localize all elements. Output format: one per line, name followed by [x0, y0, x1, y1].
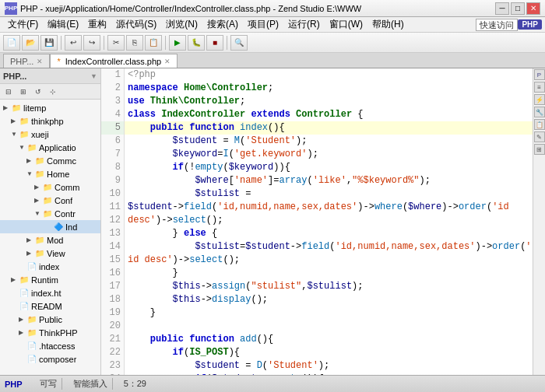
tree-item-home[interactable]: ▼ 📁 Home	[0, 167, 100, 180]
line-num-6: 6	[101, 135, 124, 148]
tab-php-label: PHP...	[10, 57, 33, 66]
tree-item-runtime[interactable]: ▶ 📁 Runtim	[0, 273, 100, 286]
sidebar-refresh-btn[interactable]: ↺	[31, 86, 45, 98]
tree-item-litemp[interactable]: ▶ 📁 litemp	[0, 101, 100, 114]
maximize-button[interactable]: □	[511, 2, 525, 15]
run-button[interactable]: ▶	[169, 35, 186, 51]
right-icon-7[interactable]: ⊞	[534, 144, 545, 155]
code-line-19: }	[125, 306, 533, 320]
title-bar: PHP PHP - xueji/Application/Home/Control…	[0, 0, 545, 17]
right-icon-5[interactable]: 📋	[534, 119, 545, 130]
tree-item-conf[interactable]: ▶ 📁 Conf	[0, 194, 100, 207]
line-num-21: 21	[101, 333, 124, 346]
status-mode: 可写	[35, 378, 62, 390]
tab-php-close[interactable]: ✕	[37, 58, 43, 65]
cut-button[interactable]: ✂	[107, 35, 125, 51]
right-icon-2[interactable]: ≡	[534, 82, 545, 93]
toolbar-separator-3	[165, 36, 166, 50]
tree-item-xueji[interactable]: ▼ 📁 xueji	[0, 128, 100, 141]
tree-item-public[interactable]: ▶ 📁 Public	[0, 313, 100, 326]
tree-item-contr[interactable]: ▼ 📁 Contr	[0, 207, 100, 220]
toolbar: 📄 📂 💾 ↩ ↪ ✂ ⎘ 📋 ▶ 🐛 ■ 🔍	[0, 33, 545, 53]
menu-search[interactable]: 搜索(A)	[202, 16, 243, 33]
tab-indexcontroller-close[interactable]: ✕	[164, 58, 171, 65]
tree-item-thinkphp[interactable]: ▶ 📁 thinkphp	[0, 114, 100, 128]
sidebar-collapse-btn[interactable]: ⊟	[2, 86, 16, 98]
sidebar-arrow[interactable]: ▼	[90, 72, 97, 80]
paste-button[interactable]: 📋	[145, 35, 162, 51]
right-icon-1[interactable]: P	[534, 69, 545, 80]
menu-project[interactable]: 项目(P)	[243, 16, 283, 33]
line-num-5: 5	[101, 121, 124, 135]
tree-item-application[interactable]: ▼ 📁 Applicatio	[0, 141, 100, 154]
right-sidebar: P ≡ ⚡ 🔧 📋 ✎ ⊞	[533, 68, 545, 375]
sidebar-title: PHP...	[3, 72, 26, 81]
sidebar-expand-btn[interactable]: ⊞	[16, 86, 30, 98]
code-line-12: desc')->select();	[125, 214, 533, 227]
line-num-13: 13	[101, 227, 124, 240]
right-icon-3[interactable]: ⚡	[534, 94, 545, 105]
code-scroll-area: 1 2 3 4 5 6 7 8 9 10 11 12 13 14 15 16 1…	[101, 68, 533, 375]
code-line-6: $student = M('Student');	[125, 135, 533, 148]
code-line-5: public function index(){	[125, 121, 533, 135]
redo-button[interactable]: ↪	[83, 35, 100, 51]
code-line-21: public function add(){	[125, 333, 533, 346]
menu-source[interactable]: 源代码(S)	[111, 16, 161, 33]
code-line-7: $keyword=I('get.keyword');	[125, 148, 533, 161]
right-icon-6[interactable]: ✎	[534, 131, 545, 142]
tab-php[interactable]: PHP... ✕	[3, 54, 50, 68]
line-num-12: 12	[101, 214, 124, 227]
sidebar-filter-btn[interactable]: ⊹	[46, 86, 60, 98]
tree-item-readme[interactable]: 📄 READM	[0, 299, 100, 313]
menu-bar: 文件(F) 编辑(E) 重构 源代码(S) 浏览(N) 搜索(A) 项目(P) …	[0, 17, 545, 33]
menu-edit[interactable]: 编辑(E)	[43, 16, 83, 33]
close-button[interactable]: ✕	[526, 2, 540, 15]
code-content[interactable]: <?php namespace Home\Controller; use Thi…	[125, 68, 533, 375]
tab-indexcontroller[interactable]: * IndexController.class.php ✕	[50, 54, 178, 68]
stop-button[interactable]: ■	[206, 35, 223, 51]
open-button[interactable]: 📂	[22, 35, 39, 51]
copy-button[interactable]: ⎘	[126, 35, 143, 51]
tree-item-indexcontroller[interactable]: 🔷 Ind	[0, 220, 100, 233]
tree-item-comm[interactable]: ▶ 📁 Comm	[0, 180, 100, 194]
menu-refactor[interactable]: 重构	[83, 16, 111, 33]
undo-button[interactable]: ↩	[65, 35, 82, 51]
tree-item-mod[interactable]: ▶ 📁 Mod	[0, 233, 100, 247]
tree-item-index-file[interactable]: 📄 index	[0, 260, 100, 273]
code-line-22: if(IS_POST){	[125, 346, 533, 359]
code-line-4: class IndexController extends Controller…	[125, 108, 533, 121]
status-language: PHP	[5, 380, 23, 389]
quick-access-button[interactable]: 快速访问	[476, 19, 518, 31]
toolbar-separator-4	[227, 36, 227, 50]
menu-run[interactable]: 运行(R)	[283, 16, 325, 33]
code-line-18: $this->display();	[125, 293, 533, 306]
save-button[interactable]: 💾	[40, 35, 58, 51]
debug-button[interactable]: 🐛	[188, 35, 205, 51]
code-line-14: $stulist=$student->field('id,numid,name,…	[125, 240, 533, 254]
code-line-11: $student->field('id,numid,name,sex,dates…	[125, 201, 533, 214]
minimize-button[interactable]: ─	[495, 2, 509, 15]
search-button[interactable]: 🔍	[230, 35, 248, 51]
tree-item-thinkphp2[interactable]: ▶ 📁 ThinkPHP	[0, 326, 100, 339]
line-num-3: 3	[101, 95, 124, 108]
code-line-9: $where['name']=array('like',"%$keyword%"…	[125, 174, 533, 187]
code-line-16: }	[125, 267, 533, 280]
menu-browse[interactable]: 浏览(N)	[161, 16, 202, 33]
right-icon-4[interactable]: 🔧	[534, 107, 545, 117]
new-button[interactable]: 📄	[3, 35, 20, 51]
sidebar-toolbar: ⊟ ⊞ ↺ ⊹	[0, 84, 100, 100]
tree-item-htaccess2[interactable]: 📄 .htaccess	[0, 339, 100, 352]
menu-window[interactable]: 窗口(W)	[325, 16, 367, 33]
menu-file[interactable]: 文件(F)	[3, 16, 43, 33]
tree-item-composer[interactable]: 📄 composer	[0, 352, 100, 366]
app-icon: PHP	[5, 2, 17, 15]
menu-help[interactable]: 帮助(H)	[367, 16, 409, 33]
code-editor[interactable]: 1 2 3 4 5 6 7 8 9 10 11 12 13 14 15 16 1…	[101, 68, 533, 375]
code-line-8: if(!empty($keyword)){	[125, 161, 533, 174]
tree-item-view[interactable]: ▶ 📁 View	[0, 247, 100, 260]
tree-item-htaccess[interactable]: 📄 index.ht	[0, 286, 100, 299]
file-tree[interactable]: ▶ 📁 litemp ▶ 📁 thinkphp ▼ 📁 xueji ▼ 📁 Ap…	[0, 100, 100, 375]
code-line-10: $stulist =	[125, 187, 533, 201]
code-line-24: if($student->create()){	[125, 373, 533, 375]
tree-item-commc[interactable]: ▶ 📁 Commc	[0, 154, 100, 167]
